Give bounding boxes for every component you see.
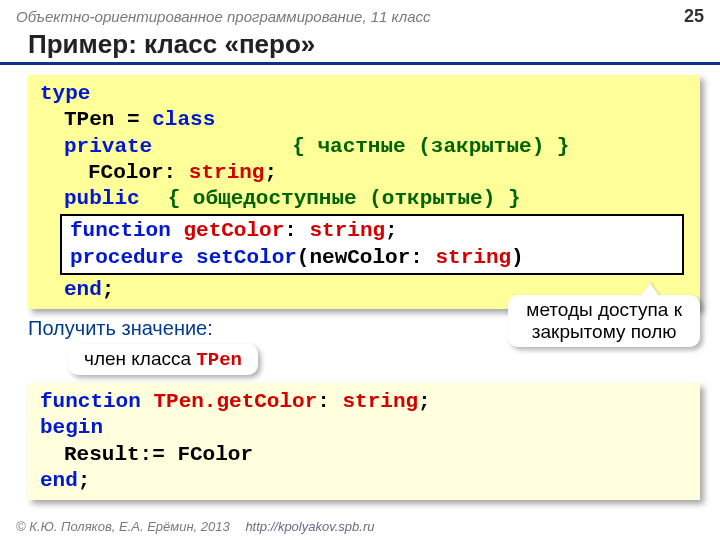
code-line: function TPen.getColor: string; <box>40 389 688 415</box>
code-block-function-impl: function TPen.getColor: string; begin Re… <box>28 383 700 500</box>
code-line: private{ частные (закрытые) } <box>40 134 688 160</box>
code-line: public{ общедоступные (открытые) } <box>40 186 688 212</box>
code-line: TPen = class <box>40 107 688 133</box>
code-line: end; <box>40 468 688 494</box>
obtain-value-label: Получить значение: <box>28 317 496 340</box>
course-label: Объектно-ориентированное программировани… <box>16 8 431 25</box>
code-line: begin <box>40 415 688 441</box>
mid-row: Получить значение: член класса TPen мето… <box>0 317 720 375</box>
footer: © К.Ю. Поляков, Е.А. Ерёмин, 2013 http:/… <box>16 519 374 534</box>
page-number: 25 <box>684 6 704 27</box>
page-title: Пример: класс «перо» <box>0 27 720 65</box>
copyright: © К.Ю. Поляков, Е.А. Ерёмин, 2013 <box>16 519 230 534</box>
code-line: FColor: string; <box>40 160 688 186</box>
header: Объектно-ориентированное программировани… <box>0 0 720 27</box>
code-line: function getColor: string; <box>70 218 674 244</box>
callout-tail-icon <box>640 283 660 297</box>
class-member-badge: член класса TPen <box>68 344 258 375</box>
footer-url: http://kpolyakov.spb.ru <box>245 519 374 534</box>
accessor-methods-box: function getColor: string; procedure set… <box>60 214 684 275</box>
code-block-class-def: type TPen = class private{ частные (закр… <box>28 75 700 309</box>
code-line: Result:= FColor <box>40 442 688 468</box>
code-line: procedure setColor(newColor: string) <box>70 245 674 271</box>
accessor-callout: методы доступа к закрытому полю <box>508 295 700 347</box>
code-line: type <box>40 81 688 107</box>
